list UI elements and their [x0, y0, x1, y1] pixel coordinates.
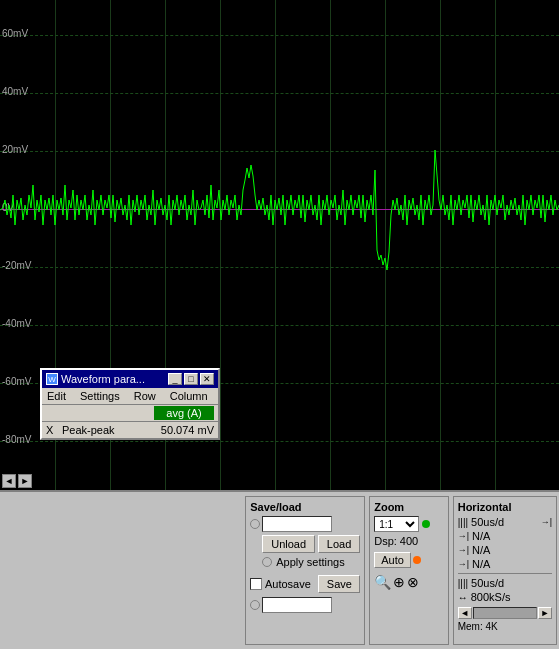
h-na-1: N/A [472, 530, 490, 542]
h-row-3: →| N/A [458, 544, 552, 556]
h-row-divider-time: |||| 50us/d [458, 577, 552, 589]
unload-button[interactable]: Unload [262, 535, 315, 553]
h-arrow-na1: →| [458, 531, 469, 541]
bottom-panel: Save/load Unload Load Apply settings Aut… [0, 490, 559, 649]
row-marker: X [46, 424, 58, 436]
save-load-title: Save/load [250, 501, 360, 513]
dsp-row: Dsp: 400 [374, 535, 443, 547]
bottom-radio[interactable] [250, 600, 260, 610]
dsp-label: Dsp: [374, 535, 397, 547]
maximize-button[interactable]: □ [184, 373, 198, 385]
window-icon: W [46, 373, 58, 385]
apply-radio[interactable] [262, 557, 272, 567]
h-rate-icon: ↔ [458, 592, 468, 603]
auto-button[interactable]: Auto [374, 552, 411, 568]
save-load-input[interactable] [262, 516, 332, 532]
waveform-titlebar: W Waveform para... _ □ ✕ [42, 370, 218, 388]
save-button[interactable]: Save [318, 575, 360, 593]
zoom-indicator [413, 556, 421, 564]
titlebar-buttons: _ □ ✕ [168, 373, 214, 385]
h-divider-icon: |||| [458, 578, 468, 589]
scroll-right-button[interactable]: ► [538, 607, 552, 619]
menu-column[interactable]: Column [167, 389, 211, 403]
dsp-value: 400 [400, 535, 418, 547]
bottom-input[interactable] [262, 597, 332, 613]
h-arrow-na2: →| [458, 545, 469, 555]
h-scrollbar: ◄ ► [458, 607, 552, 619]
h-rate-label: 800kS/s [471, 591, 511, 603]
horizontal-title: Horizontal [458, 501, 552, 513]
zoom-title: Zoom [374, 501, 443, 513]
autosave-checkbox[interactable] [250, 578, 262, 590]
table-header-row: avg (A) [42, 405, 218, 422]
h-na-2: N/A [472, 544, 490, 556]
scroll-track[interactable] [473, 607, 537, 619]
load-button[interactable]: Load [318, 535, 360, 553]
h-arrow-na3: →| [458, 559, 469, 569]
h-row-4: →| N/A [458, 558, 552, 570]
zoom-tools-row: 🔍 ⊕ ⊗ [374, 574, 443, 590]
zoom-section: Zoom 1:1 2:1 4:1 1:2 Dsp: 400 Auto 🔍 ⊕ ⊗ [369, 496, 448, 645]
bottom-left-spacer [0, 492, 243, 649]
nav-arrows: ◄ ► [0, 472, 34, 490]
save-load-btn-row: Unload Load [262, 535, 360, 553]
h-time-icon: |||| [458, 517, 468, 528]
menu-row[interactable]: Row [131, 389, 159, 403]
save-load-radio[interactable] [250, 519, 260, 529]
h-divider-label: 50us/d [471, 577, 504, 589]
close-button[interactable]: ✕ [200, 373, 214, 385]
waveform-menubar: Edit Settings Row Column [42, 388, 218, 405]
h-arrow-1: →| [541, 517, 552, 527]
oscilloscope-screen: 60mV 40mV 20mV 0V -20mV -40mV -60mV -80m… [0, 0, 559, 490]
row-value: 50.074 mV [149, 424, 214, 436]
save-load-input-row [250, 516, 360, 532]
save-load-section: Save/load Unload Load Apply settings Aut… [245, 496, 365, 645]
menu-edit[interactable]: Edit [44, 389, 69, 403]
h-time-label: 50us/d [471, 516, 504, 528]
menu-settings[interactable]: Settings [77, 389, 123, 403]
zoom-icon-row: Auto [374, 552, 443, 568]
h-row-rate: ↔ 800kS/s [458, 591, 552, 603]
horizontal-section: Horizontal |||| 50us/d →| →| N/A →| N/A … [453, 496, 557, 645]
mem-label: Mem: 4K [458, 621, 552, 632]
bottom-input-row-2 [250, 597, 360, 613]
nav-right-button[interactable]: ► [18, 474, 32, 488]
h-na-3: N/A [472, 558, 490, 570]
window-title: Waveform para... [61, 373, 145, 385]
nav-left-button[interactable]: ◄ [2, 474, 16, 488]
zoom-ratio-row: 1:1 2:1 4:1 1:2 [374, 516, 443, 532]
zoom-in-icon[interactable]: 🔍 [374, 574, 391, 590]
apply-label: Apply settings [276, 556, 344, 568]
zoom-target-icon[interactable]: ⊕ [393, 574, 405, 590]
waveform-params-window: W Waveform para... _ □ ✕ Edit Settings R… [40, 368, 220, 440]
h-row-2: →| N/A [458, 530, 552, 542]
zoom-active-indicator [422, 520, 430, 528]
avg-header: avg (A) [154, 406, 214, 420]
row-label: Peak-peak [62, 424, 145, 436]
minimize-button[interactable]: _ [168, 373, 182, 385]
scroll-left-button[interactable]: ◄ [458, 607, 472, 619]
waveform-table: avg (A) X Peak-peak 50.074 mV [42, 405, 218, 438]
h-row-1: |||| 50us/d →| [458, 516, 552, 528]
apply-row: Apply settings [262, 556, 360, 568]
titlebar-left: W Waveform para... [46, 373, 145, 385]
table-row: X Peak-peak 50.074 mV [42, 422, 218, 438]
autosave-label: Autosave [265, 578, 311, 590]
zoom-select[interactable]: 1:1 2:1 4:1 1:2 [374, 516, 419, 532]
zoom-crosshair-icon[interactable]: ⊗ [407, 574, 419, 590]
autosave-row: Autosave Save [250, 575, 360, 593]
